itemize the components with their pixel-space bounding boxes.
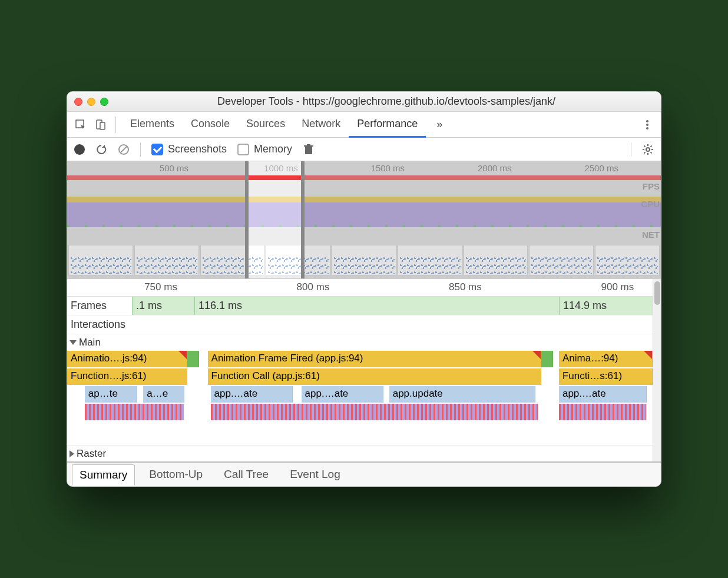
svg-line-7 (121, 147, 127, 152)
flame-bar[interactable] (187, 351, 199, 367)
devtools-window: Developer Tools - https://googlechrome.g… (67, 91, 661, 487)
chevron-down-icon[interactable] (70, 340, 77, 345)
raster-header[interactable]: Raster (67, 445, 653, 461)
flame-bar[interactable]: Function Call (app.js:61) (208, 368, 542, 385)
flame-bar[interactable]: Anima…:94) (559, 351, 653, 367)
details-tab-bottom-up[interactable]: Bottom-Up (142, 464, 210, 484)
panel-tabs: ElementsConsoleSourcesNetworkPerformance… (67, 112, 661, 138)
frames-label: Frames (67, 300, 132, 312)
kebab-menu-icon[interactable] (638, 116, 656, 134)
vertical-scrollbar[interactable] (653, 279, 661, 461)
raster-label: Raster (77, 448, 106, 460)
tab-performance[interactable]: Performance (349, 112, 426, 138)
ruler-tick: 750 ms (144, 281, 177, 293)
svg-rect-10 (307, 144, 310, 145)
inspect-icon[interactable] (72, 116, 90, 134)
main-thread-header[interactable]: Main (67, 334, 653, 351)
ruler-tick: 800 ms (297, 281, 330, 293)
flame-bar[interactable]: app.…ate (302, 386, 383, 403)
flame-bar[interactable]: app.update (389, 386, 536, 403)
flame-bar[interactable]: Animation Frame Fired (app.js:94) (208, 351, 542, 367)
scrollbar-thumb[interactable] (654, 281, 660, 305)
overview-pane[interactable]: 500 ms1000 ms1500 ms2000 ms2500 ms FPS C… (67, 161, 661, 279)
flame-bar[interactable]: app.…ate (211, 386, 293, 403)
close-icon[interactable] (74, 98, 82, 106)
main-label: Main (79, 337, 101, 348)
frame-segment[interactable]: 114.9 ms (559, 297, 653, 315)
minimize-icon[interactable] (87, 98, 95, 106)
device-toggle-icon[interactable] (92, 116, 110, 134)
ruler-tick: 900 ms (601, 281, 634, 293)
svg-point-11 (646, 148, 650, 151)
chevron-right-icon[interactable] (70, 450, 74, 457)
tabs-overflow-icon[interactable]: » (428, 112, 451, 137)
zoom-icon[interactable] (100, 98, 108, 106)
trash-icon[interactable] (303, 144, 315, 155)
window-title: Developer Tools - https://googlechrome.g… (119, 95, 654, 108)
flamechart-pane[interactable]: 750 ms800 ms850 ms900 ms Frames .1 ms116… (67, 279, 653, 461)
frame-segment[interactable]: 116.1 ms (194, 297, 559, 315)
flame-bar[interactable] (85, 404, 184, 420)
overview-selection[interactable] (245, 161, 305, 278)
settings-gear-icon[interactable] (642, 144, 654, 155)
overview-shade-left (67, 161, 245, 278)
detail-ruler[interactable]: 750 ms800 ms850 ms900 ms (67, 279, 653, 297)
flame-bar[interactable] (211, 404, 539, 420)
interactions-label: Interactions (67, 318, 132, 331)
details-tabs: SummaryBottom-UpCall TreeEvent Log (67, 461, 661, 486)
reload-icon[interactable] (95, 144, 107, 155)
perf-toolbar: Screenshots Memory (67, 138, 661, 161)
flame-bar[interactable]: a…e (143, 386, 184, 403)
svg-point-4 (646, 124, 648, 126)
window-controls (74, 98, 108, 106)
screenshots-label: Screenshots (168, 143, 227, 155)
interactions-row[interactable]: Interactions (67, 315, 653, 334)
tab-console[interactable]: Console (183, 112, 238, 137)
checkbox-icon[interactable] (237, 144, 249, 155)
checkbox-icon[interactable] (151, 144, 163, 155)
memory-label: Memory (254, 143, 292, 155)
details-tab-event-log[interactable]: Event Log (283, 464, 348, 484)
titlebar: Developer Tools - https://googlechrome.g… (67, 92, 661, 112)
details-tab-summary[interactable]: Summary (72, 464, 135, 486)
svg-rect-9 (304, 145, 313, 147)
overview-shade-right (305, 161, 661, 278)
flame-bar[interactable]: Animatio….js:94) (67, 351, 187, 367)
flame-bar[interactable]: Function….js:61) (67, 368, 187, 385)
flame-bar[interactable]: ap…te (85, 386, 137, 403)
tab-network[interactable]: Network (293, 112, 349, 137)
svg-rect-2 (100, 122, 105, 129)
record-button[interactable] (74, 144, 85, 155)
flame-bar[interactable]: Functi…s:61) (559, 368, 653, 385)
tab-elements[interactable]: Elements (122, 112, 183, 137)
frames-row[interactable]: Frames .1 ms116.1 ms114.9 ms (67, 297, 653, 315)
svg-point-3 (646, 120, 648, 122)
flame-bar[interactable] (559, 404, 647, 420)
svg-rect-8 (305, 147, 312, 154)
clear-icon[interactable] (118, 144, 130, 155)
memory-checkbox[interactable]: Memory (237, 143, 292, 155)
svg-point-5 (646, 127, 648, 129)
flame-bar[interactable] (541, 351, 553, 367)
flame-bar[interactable]: app.…ate (559, 386, 647, 403)
screenshots-checkbox[interactable]: Screenshots (151, 143, 227, 155)
details-tab-call-tree[interactable]: Call Tree (217, 464, 276, 484)
ruler-tick: 850 ms (449, 281, 482, 293)
main-flamechart[interactable]: Animatio….js:94)Animation Frame Fired (a… (67, 351, 653, 445)
frames-track[interactable]: .1 ms116.1 ms114.9 ms (132, 297, 653, 315)
tab-sources[interactable]: Sources (238, 112, 293, 137)
